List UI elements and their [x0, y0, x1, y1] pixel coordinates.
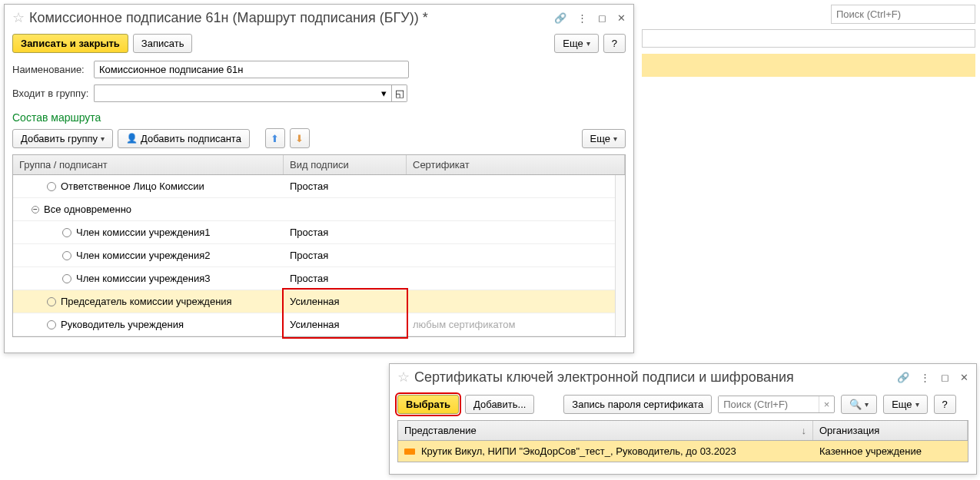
save-and-close-button[interactable]: Записать и закрыть [12, 34, 128, 53]
favorite-star-icon[interactable]: ☆ [12, 9, 25, 26]
titlebar: ☆ Сертификаты ключей электронной подписи… [390, 364, 976, 389]
maximize-icon[interactable]: ◻ [941, 372, 949, 383]
cert-org: Казенное учреждение [819, 445, 922, 457]
table-row[interactable]: Руководитель учрежденияУсиленнаялюбым се… [13, 313, 625, 336]
clear-search-icon[interactable]: × [819, 396, 834, 412]
close-icon[interactable]: ✕ [960, 372, 968, 383]
favorite-star-icon[interactable]: ☆ [397, 369, 410, 386]
cert-more-button[interactable]: Еще [883, 395, 927, 414]
link-icon[interactable]: 🔗 [554, 12, 566, 24]
row-label: Член комиссии учреждения1 [76, 227, 210, 238]
row-sign-type: Усиленная [284, 319, 407, 330]
row-label: Председатель комиссии учреждения [61, 296, 232, 307]
route-signing-window: ☆ Комиссионное подписание 61н (Маршрут п… [4, 4, 634, 353]
close-icon[interactable]: ✕ [617, 12, 626, 24]
add-signer-label: Добавить подписанта [141, 133, 241, 144]
titlebar: ☆ Комиссионное подписание 61н (Маршрут п… [5, 5, 633, 29]
table-row[interactable]: Ответственное Лицо КомиссииПростая [13, 175, 625, 198]
row-sign-type: Простая [284, 227, 407, 238]
certificates-window: ☆ Сертификаты ключей электронной подписи… [389, 363, 977, 475]
row-sign-type: Простая [284, 273, 407, 284]
grid-header-signer[interactable]: Группа / подписант [13, 155, 284, 174]
bg-highlight-strip [642, 54, 975, 77]
window-title: Сертификаты ключей электронной подписи и… [414, 369, 897, 386]
more-button[interactable]: Еще [554, 34, 598, 53]
signer-icon [62, 251, 71, 260]
signer-icon [47, 320, 56, 329]
table-row[interactable]: Член комиссии учреждения3Простая [13, 267, 625, 290]
group-combo[interactable]: ▾ ◱ [94, 84, 407, 102]
cert-text: любым сертификатом [413, 319, 515, 330]
cert-search-input[interactable] [719, 396, 819, 412]
global-search-input[interactable] [831, 5, 975, 24]
link-icon[interactable]: 🔗 [897, 372, 909, 383]
row-cert: любым сертификатом [407, 319, 625, 330]
chevron-down-icon[interactable]: ▾ [377, 84, 392, 102]
signer-icon [47, 182, 56, 191]
row-sign-type: Усиленная [284, 296, 407, 307]
password-record-button[interactable]: Запись пароля сертификата [563, 395, 712, 414]
signer-icon [62, 228, 71, 237]
maximize-icon[interactable]: ◻ [598, 12, 606, 24]
move-down-button[interactable]: ⬇ [290, 128, 310, 148]
move-up-button[interactable]: ⬆ [265, 128, 285, 148]
row-label: Ответственное Лицо Комиссии [61, 180, 204, 192]
cert-row[interactable]: Крутик Викул, НИПИ "ЭкоДорСов"_тест_, Ру… [397, 441, 968, 462]
main-toolbar: Записать и закрыть Записать Еще ? [5, 29, 633, 58]
certificate-icon [404, 449, 415, 455]
table-row[interactable]: Член комиссии учреждения2Простая [13, 244, 625, 267]
row-label: Руководитель учреждения [61, 319, 184, 330]
cert-search[interactable]: × [718, 396, 835, 413]
add-cert-button[interactable]: Добавить... [465, 395, 534, 414]
sort-asc-icon: ↓ [802, 425, 807, 436]
grid-header-cert[interactable]: Сертификат [407, 155, 625, 174]
user-icon: 👤 [126, 133, 138, 144]
table-row[interactable]: −Все одновременно [13, 198, 625, 221]
cert-header-org[interactable]: Организация [813, 421, 968, 440]
cert-header-repr-label: Представление [404, 425, 477, 436]
global-search[interactable] [831, 5, 975, 24]
collapse-icon[interactable]: − [32, 206, 39, 214]
search-dropdown-button[interactable]: 🔍 [841, 395, 877, 414]
window-title: Комиссионное подписание 61н (Маршрут под… [29, 10, 554, 26]
signer-icon [47, 297, 56, 306]
cert-help-button[interactable]: ? [934, 395, 956, 414]
row-sign-type: Простая [284, 250, 407, 261]
group-input[interactable] [94, 84, 377, 102]
name-input[interactable] [94, 61, 409, 78]
cert-header-repr[interactable]: Представление ↓ [398, 421, 813, 440]
table-row[interactable]: Председатель комиссии учрежденияУсиленна… [13, 290, 625, 313]
bg-toolbar [642, 29, 975, 48]
add-group-button[interactable]: Добавить группу [12, 129, 113, 148]
select-button[interactable]: Выбрать [397, 395, 459, 414]
name-label: Наименование: [12, 64, 89, 75]
row-label: Все одновременно [44, 204, 131, 215]
row-label: Член комиссии учреждения3 [76, 273, 210, 284]
help-button[interactable]: ? [603, 34, 626, 53]
menu-icon[interactable]: ⋮ [920, 372, 930, 383]
grid-more-button[interactable]: Еще [582, 129, 626, 148]
open-button-icon[interactable]: ◱ [392, 84, 407, 102]
signer-icon [62, 274, 71, 283]
route-section-title: Состав маршрута [5, 105, 633, 125]
vertical-scrollbar[interactable] [615, 175, 625, 336]
add-signer-button[interactable]: 👤Добавить подписанта [118, 129, 250, 148]
menu-icon[interactable]: ⋮ [577, 12, 587, 24]
route-grid: Группа / подписант Вид подписи Сертифика… [12, 154, 626, 337]
table-row[interactable]: Член комиссии учреждения1Простая [13, 221, 625, 244]
row-sign-type: Простая [284, 180, 407, 192]
save-button[interactable]: Записать [133, 34, 193, 53]
group-label: Входит в группу: [12, 88, 89, 99]
row-label: Член комиссии учреждения2 [76, 250, 210, 261]
cert-repr: Крутик Викул, НИПИ "ЭкоДорСов"_тест_, Ру… [421, 445, 736, 457]
grid-header-sign-type[interactable]: Вид подписи [284, 155, 407, 174]
